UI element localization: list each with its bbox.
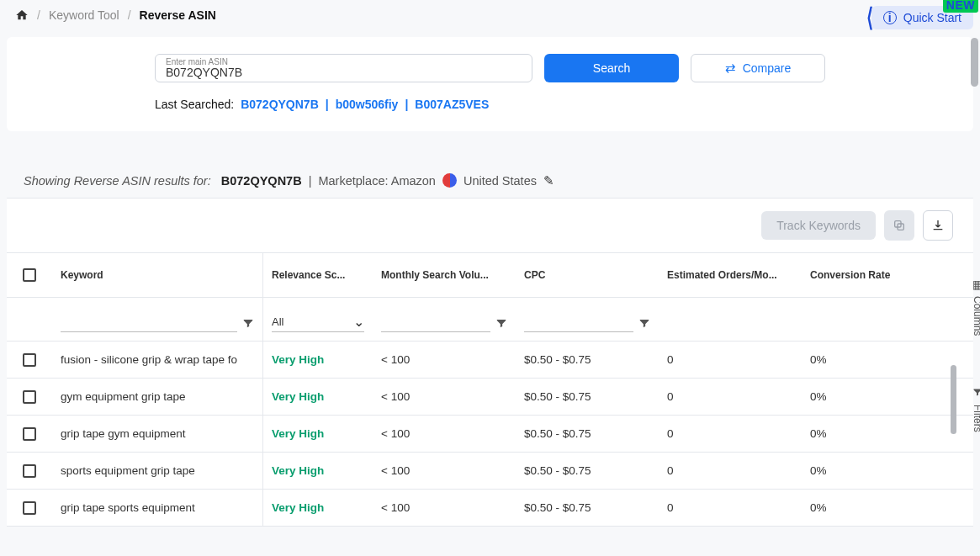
row-checkbox[interactable] <box>23 464 36 478</box>
breadcrumb-tool[interactable]: Keyword Tool <box>49 8 119 22</box>
asin-input[interactable] <box>166 66 522 79</box>
info-icon: i <box>883 11 897 24</box>
cell-conversion: 0% <box>802 501 936 514</box>
row-checkbox[interactable] <box>23 427 36 441</box>
swap-icon: ⇄ <box>725 61 736 76</box>
track-keywords-button[interactable]: Track Keywords <box>761 211 876 240</box>
action-bar: Track Keywords <box>7 199 973 252</box>
cell-conversion: 0% <box>802 390 936 403</box>
breadcrumb-sep: / <box>37 8 40 22</box>
filter-volume-input[interactable] <box>381 314 490 332</box>
chevron-down-icon: ⌄ <box>353 314 364 330</box>
cell-volume: < 100 <box>373 390 516 403</box>
cell-orders: 0 <box>659 427 802 440</box>
last-searched-link[interactable]: B072QYQN7B <box>241 98 319 111</box>
cell-relevance: Very High <box>263 464 373 477</box>
results-marketplace: Marketplace: Amazon <box>318 174 435 188</box>
filter-icon[interactable] <box>638 317 650 329</box>
cell-orders: 0 <box>659 353 802 366</box>
cell-cpc: $0.50 - $0.75 <box>516 464 659 477</box>
search-card: Enter main ASIN Search ⇄ Compare Last Se… <box>7 37 973 131</box>
cell-relevance: Very High <box>263 353 373 366</box>
cell-relevance: Very High <box>263 390 373 403</box>
cell-orders: 0 <box>659 464 802 477</box>
cell-keyword: sports equipment grip tape <box>52 464 262 477</box>
filter-relevance-select[interactable]: All ⌄ <box>272 314 364 332</box>
download-icon <box>931 219 945 232</box>
table-row: sports equipment grip tapeVery High< 100… <box>7 453 973 490</box>
cell-volume: < 100 <box>373 353 516 366</box>
filter-cpc-input[interactable] <box>524 314 633 332</box>
cell-cpc: $0.50 - $0.75 <box>516 501 659 514</box>
last-searched-link[interactable]: b00w506fiy <box>336 98 399 111</box>
cell-keyword: gym equipment grip tape <box>52 390 262 403</box>
cell-cpc: $0.50 - $0.75 <box>516 427 659 440</box>
cell-orders: 0 <box>659 390 802 403</box>
scrollbar-table[interactable] <box>951 365 956 434</box>
results-info: Showing Reverse ASIN results for: B072QY… <box>7 173 973 199</box>
cell-volume: < 100 <box>373 464 516 477</box>
copy-button[interactable] <box>884 210 914 241</box>
cell-keyword: grip tape gym equipment <box>52 427 262 440</box>
col-keyword[interactable]: Keyword <box>52 269 262 281</box>
col-cpc[interactable]: CPC <box>516 269 659 281</box>
cell-cpc: $0.50 - $0.75 <box>516 353 659 366</box>
results-country: United States <box>464 174 537 188</box>
table-row: grip tape sports equipmentVery High< 100… <box>7 490 973 527</box>
quickstart-button[interactable]: i Quick Start NEW <box>871 6 973 29</box>
table-row: grip tape gym equipmentVery High< 100$0.… <box>7 416 973 453</box>
results-asin: B072QYQN7B <box>221 174 302 188</box>
cell-volume: < 100 <box>373 501 516 514</box>
cell-conversion: 0% <box>802 353 936 366</box>
filter-relevance-value: All <box>272 315 283 328</box>
cell-keyword: fusion - silicone grip & wrap tape fo <box>52 353 262 366</box>
download-button[interactable] <box>923 210 953 241</box>
cell-relevance: Very High <box>263 501 373 514</box>
cell-cpc: $0.50 - $0.75 <box>516 390 659 403</box>
compare-label: Compare <box>743 61 792 75</box>
last-searched-link[interactable]: B007AZ5VES <box>415 98 489 111</box>
filter-icon[interactable] <box>495 317 507 329</box>
edit-icon[interactable]: ✎ <box>543 174 554 188</box>
results-prefix: Showing Reverse ASIN results for: <box>24 174 211 188</box>
cell-orders: 0 <box>659 501 802 514</box>
table-row: fusion - silicone grip & wrap tape foVer… <box>7 342 973 379</box>
breadcrumb-sep: / <box>128 8 131 22</box>
col-relevance[interactable]: Relevance Sc... <box>263 269 373 281</box>
cell-conversion: 0% <box>802 427 936 440</box>
table-header: Keyword Relevance Sc... Monthly Search V… <box>7 252 973 298</box>
copy-icon <box>893 219 906 232</box>
breadcrumb: / Keyword Tool / Reverse ASIN <box>0 0 231 30</box>
search-button[interactable]: Search <box>544 54 679 82</box>
home-icon[interactable] <box>15 8 29 22</box>
col-volume[interactable]: Monthly Search Volu... <box>373 269 516 281</box>
table-row: gym equipment grip tapeVery High< 100$0.… <box>7 379 973 416</box>
row-checkbox[interactable] <box>23 501 36 515</box>
last-searched-label: Last Searched: <box>155 98 234 111</box>
compare-button[interactable]: ⇄ Compare <box>691 54 825 82</box>
results-table: Keyword Relevance Sc... Monthly Search V… <box>7 252 973 527</box>
cell-volume: < 100 <box>373 427 516 440</box>
cell-relevance: Very High <box>263 427 373 440</box>
cell-conversion: 0% <box>802 464 936 477</box>
col-conversion[interactable]: Conversion Rate <box>802 269 936 281</box>
flag-icon <box>442 173 457 188</box>
col-orders[interactable]: Estimated Orders/Mo... <box>659 269 802 281</box>
filter-icon[interactable] <box>242 317 254 329</box>
breadcrumb-page: Reverse ASIN <box>140 8 216 22</box>
select-all-checkbox[interactable] <box>23 268 36 282</box>
quickstart-label: Quick Start <box>903 11 961 24</box>
row-checkbox[interactable] <box>23 390 36 404</box>
last-searched: Last Searched: B072QYQN7B | b00w506fiy |… <box>7 82 973 111</box>
row-checkbox[interactable] <box>23 353 36 367</box>
cell-keyword: grip tape sports equipment <box>52 501 262 514</box>
asin-input-wrap[interactable]: Enter main ASIN <box>155 54 532 82</box>
scrollbar-main[interactable] <box>971 0 978 556</box>
filter-keyword-input[interactable] <box>61 314 237 332</box>
filter-row: All ⌄ <box>7 298 973 342</box>
